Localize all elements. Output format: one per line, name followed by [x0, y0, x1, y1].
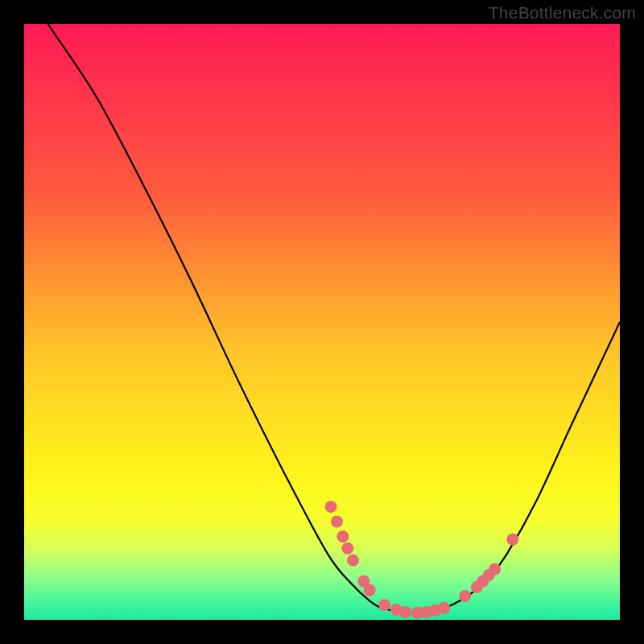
data-marker [331, 515, 343, 527]
data-marker [325, 501, 337, 513]
plot-area [24, 24, 620, 620]
data-marker [336, 530, 349, 543]
data-marker [364, 584, 376, 597]
data-marker [459, 590, 471, 602]
data-marker [399, 606, 411, 618]
chart-svg [24, 24, 620, 620]
data-marker [341, 543, 353, 555]
data-marker [347, 555, 359, 567]
watermark-text: TheBottleneck.com [489, 3, 636, 23]
data-marker [378, 599, 390, 611]
gradient-background [24, 24, 620, 620]
chart-frame: TheBottleneck.com [0, 0, 644, 644]
data-marker [506, 534, 518, 546]
data-marker [489, 564, 501, 576]
data-marker [438, 602, 450, 614]
